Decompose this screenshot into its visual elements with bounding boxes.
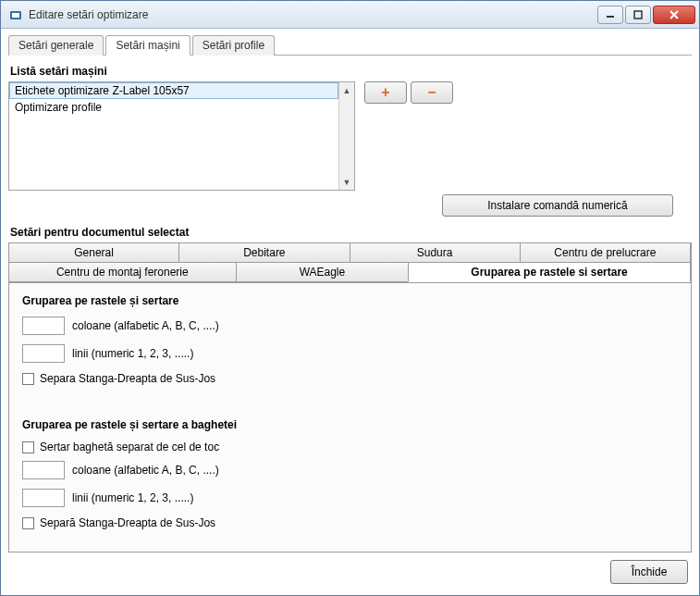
plus-icon: +: [381, 84, 389, 101]
grouping-panel: Gruparea pe rastele și sertare coloane (…: [8, 283, 692, 553]
tab-centru-prelucrare[interactable]: Centru de prelucrare: [520, 242, 691, 263]
machine-listbox[interactable]: Etichete optimizare Z-Label 105x57 Optim…: [8, 81, 355, 191]
tab-waeagle[interactable]: WAEagle: [236, 262, 410, 282]
group1-title: Gruparea pe rastele și sertare: [22, 294, 678, 307]
machine-list-label: Listă setări mașini: [10, 65, 692, 78]
group1-cols-label: coloane (alfabetic A, B, C, ....): [72, 319, 219, 332]
group1-cols-input[interactable]: [22, 317, 65, 335]
tab-sudura[interactable]: Sudura: [350, 242, 521, 263]
doc-settings-label: Setări pentru documentul selectat: [10, 226, 692, 239]
tab-debitare[interactable]: Debitare: [178, 242, 350, 263]
group2-title: Gruparea pe rastele și sertare a baghete…: [22, 418, 678, 431]
app-window: Editare setări optimizare Setări general…: [0, 0, 700, 596]
close-button-label: Închide: [632, 565, 668, 578]
close-window-button[interactable]: [653, 6, 695, 24]
install-nc-label: Instalare comandă numerică: [487, 199, 627, 212]
group1-lines-input[interactable]: [22, 344, 65, 363]
close-button[interactable]: Închide: [610, 560, 688, 584]
tab-centru-montaj[interactable]: Centru de montaj feronerie: [8, 262, 237, 282]
app-icon: [8, 7, 23, 22]
group2-cols-label: coloane (alfabetic A, B, C, ....): [72, 464, 219, 477]
install-nc-button[interactable]: Instalare comandă numerică: [442, 194, 673, 217]
group2-sertar-label: Sertar baghetă separat de cel de toc: [40, 441, 219, 453]
svg-rect-3: [634, 11, 642, 19]
remove-button[interactable]: −: [411, 81, 453, 104]
titlebar: Editare setări optimizare: [1, 1, 699, 29]
add-button[interactable]: +: [364, 81, 407, 104]
listbox-scrollbar[interactable]: ▲ ▼: [338, 82, 354, 190]
group1-lines-label: linii (numeric 1, 2, 3, .....): [72, 347, 193, 360]
tab-gruparea[interactable]: Gruparea pe rastele si sertare: [408, 262, 691, 282]
list-item[interactable]: Etichete optimizare Z-Label 105x57: [9, 82, 338, 99]
group1-sep-checkbox[interactable]: [22, 373, 34, 385]
svg-rect-1: [12, 13, 19, 18]
window-controls: [597, 6, 695, 24]
maximize-button[interactable]: [625, 6, 651, 24]
group1-sep-label: Separa Stanga-Dreapta de Sus-Jos: [40, 372, 215, 385]
scroll-down-icon[interactable]: ▼: [339, 174, 354, 190]
client-area: Setări generale Setări mașini Setări pro…: [1, 29, 699, 595]
minus-icon: −: [427, 84, 436, 101]
tab-profile-settings[interactable]: Setări profile: [192, 35, 275, 56]
group2-cols-input[interactable]: [22, 461, 65, 479]
tab-machine-settings[interactable]: Setări mașini: [105, 35, 190, 56]
tab-general[interactable]: General: [8, 242, 179, 263]
doc-sub-tabs: General Debitare Sudura Centru de preluc…: [8, 242, 692, 283]
group2-sep-checkbox[interactable]: [22, 517, 34, 529]
group2-lines-label: linii (numeric 1, 2, 3, .....): [72, 491, 193, 504]
tab-general-settings[interactable]: Setări generale: [8, 35, 104, 56]
top-tabs: Setări generale Setări mașini Setări pro…: [8, 34, 692, 56]
group2-sertar-checkbox[interactable]: [22, 441, 34, 453]
list-item[interactable]: Optimizare profile: [9, 99, 338, 116]
group2-sep-label: Separă Stanga-Dreapta de Sus-Jos: [40, 516, 215, 529]
window-title: Editare setări optimizare: [29, 8, 597, 21]
minimize-button[interactable]: [597, 6, 623, 24]
scroll-up-icon[interactable]: ▲: [339, 82, 354, 98]
group2-lines-input[interactable]: [22, 489, 65, 507]
